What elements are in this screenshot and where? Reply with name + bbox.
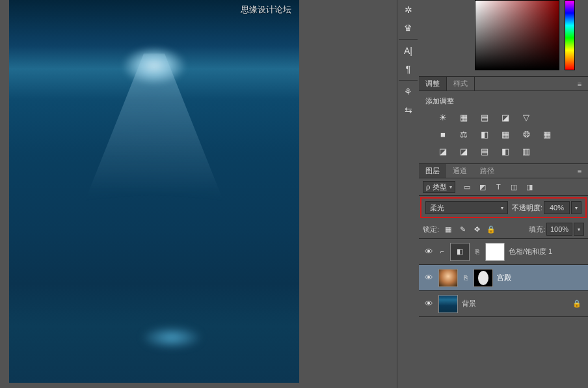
histogram-icon[interactable]: ♛ <box>399 20 418 36</box>
clip-indicator-icon: ⌐ <box>438 248 446 255</box>
layer-filter-kind-select[interactable]: ρ 类型 ▾ <box>423 181 455 193</box>
layer-filter-row: ρ 类型 ▾ ▭ ◩ T ◫ ◨ <box>419 178 588 196</box>
lock-pixels-icon[interactable]: ✎ <box>457 224 468 234</box>
filter-pixel-icon[interactable]: ▭ <box>462 183 472 191</box>
layers-panel-menu-icon[interactable]: ≡ <box>574 165 585 177</box>
adj-curves-icon[interactable]: ▤ <box>479 111 490 123</box>
chevron-down-icon: ▾ <box>449 184 452 190</box>
layer-name[interactable]: 色相/饱和度 1 <box>509 247 584 256</box>
adj-vibrance-icon[interactable]: ▽ <box>520 111 532 123</box>
brush-presets-icon[interactable]: ⚘ <box>399 83 418 100</box>
layer-mask-thumbnail[interactable] <box>474 269 493 287</box>
search-icon: ρ <box>426 183 430 191</box>
lock-label: 锁定: <box>423 225 439 234</box>
filter-text-icon[interactable]: T <box>493 183 503 191</box>
adj-threshold-icon[interactable]: ▤ <box>479 145 490 157</box>
lock-all-icon[interactable]: 🔒 <box>486 224 496 234</box>
layers-tabs: 图层 通道 路径 ≡ <box>419 164 588 178</box>
adj-photofilter-icon[interactable]: ▦ <box>500 128 511 140</box>
watermark-text: 思缘设计论坛 <box>241 4 291 16</box>
adj-channelmixer-icon[interactable]: ❂ <box>520 128 532 140</box>
layer-name[interactable]: 宫殿 <box>497 273 584 283</box>
adj-gradientmap-icon[interactable]: ◧ <box>500 145 511 157</box>
hue-slider[interactable] <box>565 0 575 70</box>
layer-mask-thumbnail[interactable] <box>485 243 505 261</box>
mask-link-icon[interactable]: ⎘ <box>474 248 481 255</box>
adjustments-tabs: 调整 样式 ≡ <box>419 77 588 91</box>
adj-colorlookup-icon[interactable]: ▦ <box>541 128 553 140</box>
filter-smart-icon[interactable]: ◨ <box>524 183 535 191</box>
color-field[interactable] <box>475 0 559 70</box>
adj-invert-icon[interactable]: ◪ <box>437 145 449 157</box>
adj-colorbalance-icon[interactable]: ⚖ <box>458 128 470 140</box>
character-icon[interactable]: A| <box>399 42 418 59</box>
lock-position-icon[interactable]: ✥ <box>472 224 482 234</box>
adj-hue-icon[interactable]: ■ <box>437 128 449 140</box>
adj-bw-icon[interactable]: ◧ <box>479 128 490 140</box>
fill-label: 填充: <box>529 225 545 234</box>
panel-menu-icon[interactable]: ≡ <box>574 78 585 90</box>
filter-adjust-icon[interactable]: ◩ <box>477 183 488 191</box>
chevron-down-icon: ▾ <box>501 205 503 211</box>
layer-list: 👁 ⌐ ◧ ⎘ 色相/饱和度 1 👁 ⎘ 宫殿 👁 背景 🔒 <box>419 239 588 317</box>
visibility-toggle-icon[interactable]: 👁 <box>423 273 434 283</box>
adj-levels-icon[interactable]: ▦ <box>458 111 470 123</box>
opacity-input[interactable]: 40% <box>544 201 570 214</box>
lock-icon: 🔒 <box>572 299 581 308</box>
layer-row[interactable]: 👁 背景 🔒 <box>419 291 588 317</box>
paragraph-icon[interactable]: ¶ <box>399 61 418 77</box>
filter-shape-icon[interactable]: ◫ <box>509 183 519 191</box>
mask-link-icon[interactable]: ⎘ <box>462 274 470 281</box>
collapsed-panel-strip: ✲ ♛ A| ¶ ⚘ ⇆ <box>397 0 419 388</box>
visibility-toggle-icon[interactable]: 👁 <box>423 247 434 256</box>
navigator-icon[interactable]: ✲ <box>399 1 418 18</box>
layer-row[interactable]: 👁 ⌐ ◧ ⎘ 色相/饱和度 1 <box>419 239 588 265</box>
adjustments-title: 添加调整 <box>425 96 581 106</box>
adj-selectivecolor-icon[interactable]: ▥ <box>520 145 532 157</box>
layer-thumbnail[interactable] <box>438 269 458 287</box>
lock-transparency-icon[interactable]: ▦ <box>443 224 453 234</box>
fill-dropdown-button[interactable]: ▾ <box>574 223 584 236</box>
tab-paths[interactable]: 路径 <box>474 164 501 178</box>
visibility-toggle-icon[interactable]: 👁 <box>423 299 434 309</box>
swatches-icon[interactable]: ⇆ <box>399 102 418 118</box>
blend-opacity-row: 柔光 ▾ 不透明度: 40% ▾ <box>420 197 587 218</box>
adjustment-layer-icon: ◧ <box>450 243 470 261</box>
opacity-label: 不透明度: <box>512 203 542 213</box>
tab-styles[interactable]: 样式 <box>447 77 475 90</box>
color-panel <box>419 0 588 77</box>
layer-row[interactable]: 👁 ⎘ 宫殿 <box>419 265 588 291</box>
lock-fill-row: 锁定: ▦ ✎ ✥ 🔒 填充: 100% ▾ <box>419 220 588 239</box>
tab-adjustments[interactable]: 调整 <box>419 77 447 90</box>
blend-mode-select[interactable]: 柔光 ▾ <box>425 201 508 214</box>
canvas-artwork <box>9 0 299 383</box>
adj-posterize-icon[interactable]: ◪ <box>458 145 470 157</box>
adj-brightness-icon[interactable]: ☀ <box>437 111 449 123</box>
layer-thumbnail[interactable] <box>438 295 458 313</box>
adj-exposure-icon[interactable]: ◪ <box>500 111 511 123</box>
adjustments-panel: 添加调整 ☀ ▦ ▤ ◪ ▽ ■ ⚖ ◧ ▦ ❂ ▦ ◪ ◪ ▤ ◧ <box>419 91 588 164</box>
layer-name[interactable]: 背景 <box>462 299 568 309</box>
fill-input[interactable]: 100% <box>546 223 572 236</box>
layer-filter-kind-label: 类型 <box>433 182 447 192</box>
blend-mode-value: 柔光 <box>430 203 444 213</box>
tab-channels[interactable]: 通道 <box>446 164 474 178</box>
opacity-dropdown-button[interactable]: ▾ <box>571 201 581 214</box>
tab-layers[interactable]: 图层 <box>419 164 446 178</box>
